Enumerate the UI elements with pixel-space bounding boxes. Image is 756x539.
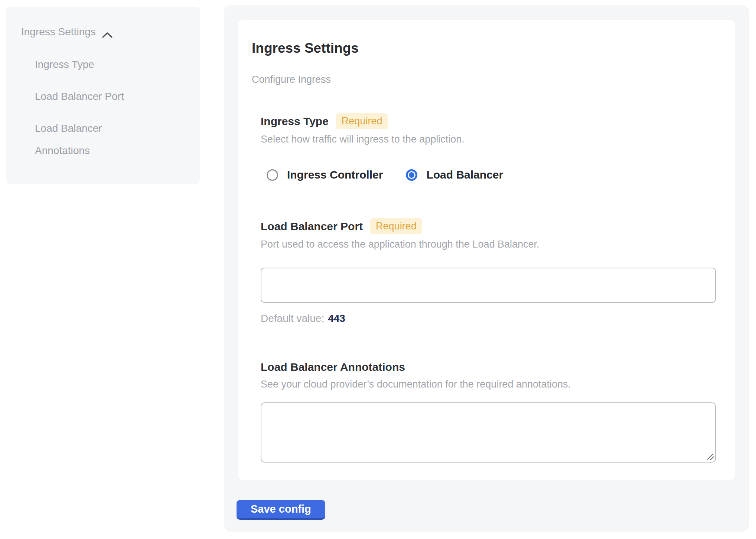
ingress-type-label: Ingress Type <box>261 114 329 128</box>
field-ingress-type: Ingress Type Required Select how traffic… <box>261 113 713 181</box>
sidebar-section-ingress-settings[interactable]: Ingress Settings <box>21 24 189 39</box>
load-balancer-annotations-description: See your cloud provider’s documentation … <box>261 378 713 391</box>
save-config-button[interactable]: Save config <box>237 500 325 520</box>
load-balancer-port-description: Port used to access the application thro… <box>261 238 713 251</box>
ingress-settings-card: Ingress Settings Configure Ingress Ingre… <box>238 20 735 480</box>
sidebar-section-label: Ingress Settings <box>21 24 96 39</box>
sidebar-item-load-balancer-annotations[interactable]: Load Balancer Annotations <box>21 117 144 162</box>
radio-unselected-icon[interactable] <box>267 169 278 181</box>
radio-label-ingress-controller[interactable]: Ingress Controller <box>287 169 383 181</box>
sidebar-item-ingress-type[interactable]: Ingress Type <box>21 53 144 76</box>
chevron-up-icon <box>102 28 113 36</box>
required-badge: Required <box>336 113 388 129</box>
radio-option-load-balancer[interactable]: Load Balancer <box>406 169 503 181</box>
load-balancer-annotations-label: Load Balancer Annotations <box>261 360 405 374</box>
page-subtitle: Configure Ingress <box>252 73 713 86</box>
field-load-balancer-annotations: Load Balancer Annotations See your cloud… <box>261 360 713 463</box>
settings-sidebar: Ingress Settings Ingress Type Load Balan… <box>6 7 200 184</box>
radio-option-ingress-controller[interactable]: Ingress Controller <box>267 169 383 181</box>
required-badge: Required <box>370 218 422 234</box>
load-balancer-annotations-textarea[interactable] <box>261 402 716 463</box>
sidebar-item-load-balancer-port[interactable]: Load Balancer Port <box>21 85 144 108</box>
resize-handle-icon[interactable] <box>706 453 714 461</box>
main-panel: Ingress Settings Configure Ingress Ingre… <box>224 5 749 532</box>
radio-label-load-balancer[interactable]: Load Balancer <box>426 169 503 181</box>
load-balancer-port-label: Load Balancer Port <box>261 219 363 233</box>
default-value-note: Default value:443 <box>261 313 713 324</box>
radio-selected-icon[interactable] <box>406 169 417 181</box>
ingress-type-radio-group: Ingress Controller Load Balancer <box>261 169 713 181</box>
page-title: Ingress Settings <box>252 40 713 56</box>
sidebar-nav: Ingress Type Load Balancer Port Load Bal… <box>21 53 189 162</box>
load-balancer-port-input[interactable] <box>261 268 716 303</box>
ingress-type-description: Select how traffic will ingress to the a… <box>261 133 713 146</box>
default-value-prefix: Default value: <box>261 313 324 324</box>
field-load-balancer-port: Load Balancer Port Required Port used to… <box>261 218 713 324</box>
default-value-number: 443 <box>328 313 345 324</box>
